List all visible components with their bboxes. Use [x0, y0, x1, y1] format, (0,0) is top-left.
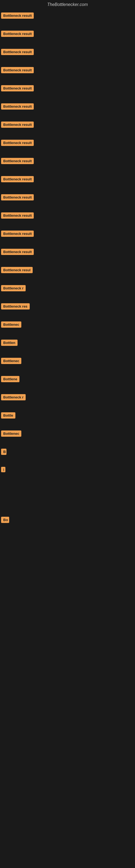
list-item[interactable]: B: [1, 448, 134, 457]
bottleneck-badge[interactable]: Bottleneck r: [1, 285, 26, 291]
list-item[interactable]: Bottleneck result: [1, 48, 134, 57]
bottleneck-badge[interactable]: Bottleneck result: [1, 12, 34, 19]
bottleneck-badge[interactable]: Bottleneck result: [1, 158, 34, 164]
list-item[interactable]: Bottlene: [1, 375, 134, 384]
list-item[interactable]: Bottleneck result: [1, 30, 134, 38]
list-item[interactable]: Bottlenec: [1, 321, 134, 329]
bottleneck-badge[interactable]: Bottleneck result: [1, 194, 34, 200]
bottleneck-badge[interactable]: Bottle: [1, 412, 15, 418]
bottleneck-badge[interactable]: Bottlenec: [1, 358, 21, 364]
list-item[interactable]: Bottleneck result: [1, 230, 134, 239]
list-item[interactable]: Bottleneck result: [1, 194, 134, 202]
list-item[interactable]: Bottleneck result: [1, 121, 134, 129]
list-item[interactable]: [1, 495, 134, 496]
list-item[interactable]: Bottleneck result: [1, 139, 134, 148]
bottleneck-badge[interactable]: Bo: [1, 517, 9, 523]
list-item[interactable]: Bottleneck resul: [1, 267, 134, 275]
list-item[interactable]: Bottleneck result: [1, 157, 134, 166]
bottleneck-badge[interactable]: Bottleneck resul: [1, 267, 33, 273]
bottleneck-badge[interactable]: B: [1, 448, 6, 455]
bottleneck-badge[interactable]: Bottleneck result: [1, 85, 34, 91]
list-item[interactable]: |: [1, 466, 134, 474]
bottleneck-badge[interactable]: Bottlen: [1, 340, 17, 346]
bottleneck-badge: |: [1, 467, 5, 472]
bottleneck-badge[interactable]: Bottleneck result: [1, 140, 34, 146]
bottleneck-badge[interactable]: Bottleneck result: [1, 49, 34, 55]
list-item[interactable]: Bottleneck result: [1, 85, 134, 93]
list-item[interactable]: Bottleneck result: [1, 248, 134, 257]
bottleneck-list: Bottleneck resultBottleneck resultBottle…: [0, 9, 135, 561]
list-item[interactable]: Bottleneck result: [1, 176, 134, 184]
list-item[interactable]: Bottleneck res: [1, 303, 134, 311]
list-item[interactable]: Bottleneck r: [1, 394, 134, 402]
list-item[interactable]: Bottleneck result: [1, 66, 134, 75]
list-item[interactable]: [1, 534, 134, 535]
list-item[interactable]: [1, 556, 134, 557]
list-item[interactable]: Bottlen: [1, 339, 134, 347]
bottleneck-badge[interactable]: Bottlenec: [1, 431, 21, 437]
list-item[interactable]: [1, 484, 134, 485]
bottleneck-badge[interactable]: Bottleneck result: [1, 67, 34, 73]
list-item[interactable]: Bo: [1, 516, 134, 525]
list-item[interactable]: Bottleneck result: [1, 12, 134, 20]
list-item[interactable]: Bottleneck r: [1, 284, 134, 293]
site-title: TheBottlenecker.com: [0, 0, 135, 9]
bottleneck-badge[interactable]: Bottleneck r: [1, 394, 26, 400]
list-item[interactable]: Bottle: [1, 412, 134, 420]
bottleneck-badge[interactable]: Bottleneck result: [1, 212, 34, 219]
bottleneck-badge[interactable]: Bottleneck result: [1, 176, 34, 182]
list-item[interactable]: [1, 505, 134, 506]
bottleneck-badge[interactable]: Bottleneck result: [1, 249, 34, 255]
bottleneck-badge[interactable]: Bottleneck result: [1, 122, 34, 128]
bottleneck-badge[interactable]: Bottleneck result: [1, 230, 34, 237]
list-item[interactable]: Bottleneck result: [1, 212, 134, 220]
list-item[interactable]: Bottlenec: [1, 430, 134, 438]
list-item[interactable]: Bottleneck result: [1, 103, 134, 111]
bottleneck-badge[interactable]: Bottleneck res: [1, 303, 30, 310]
bottleneck-badge[interactable]: Bottleneck result: [1, 103, 34, 110]
bottleneck-badge[interactable]: Bottlene: [1, 376, 19, 382]
list-item[interactable]: [1, 545, 134, 546]
list-item[interactable]: Bottlenec: [1, 357, 134, 366]
bottleneck-badge[interactable]: Bottlenec: [1, 321, 21, 328]
bottleneck-badge[interactable]: Bottleneck result: [1, 31, 34, 37]
